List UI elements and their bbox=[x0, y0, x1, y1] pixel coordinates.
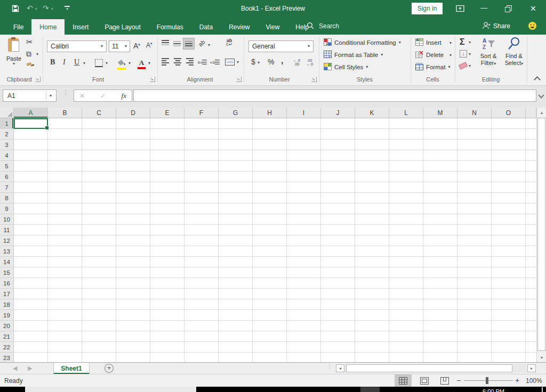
share-icon[interactable] bbox=[481, 21, 491, 32]
search-label[interactable]: Search bbox=[319, 22, 339, 30]
paste-button[interactable]: Paste ▾ bbox=[3, 36, 25, 75]
page-layout-view-button[interactable] bbox=[416, 374, 433, 387]
currency-dropdown-icon[interactable]: ▾ bbox=[258, 61, 260, 65]
borders-dropdown-icon[interactable]: ▾ bbox=[106, 61, 108, 66]
sheet-nav-next-icon[interactable]: ▶ bbox=[28, 365, 32, 372]
expand-formula-bar-icon[interactable] bbox=[538, 92, 544, 98]
selected-cell-a1[interactable] bbox=[14, 118, 48, 129]
middle-align-button[interactable] bbox=[173, 41, 182, 46]
currency-button[interactable]: $ bbox=[251, 58, 255, 66]
column-header-C[interactable]: C bbox=[82, 108, 116, 118]
row-header-9[interactable]: 9 bbox=[0, 203, 14, 214]
autosum-icon[interactable]: Σ bbox=[460, 37, 465, 47]
row-header-12[interactable]: 12 bbox=[0, 235, 14, 246]
column-header-J[interactable]: J bbox=[321, 108, 355, 118]
row-header-22[interactable]: 22 bbox=[0, 342, 14, 353]
restore-button[interactable] bbox=[505, 5, 512, 14]
fill-dropdown-icon[interactable]: ▾ bbox=[469, 52, 471, 56]
comma-button[interactable]: , bbox=[281, 56, 283, 66]
column-header-O[interactable]: O bbox=[492, 108, 526, 118]
scroll-down-icon[interactable]: ▾ bbox=[537, 353, 546, 362]
format-cells-button[interactable]: Format ▾ bbox=[415, 63, 450, 71]
row-header-16[interactable]: 16 bbox=[0, 278, 14, 289]
align-left-button[interactable] bbox=[162, 58, 170, 66]
row-header-18[interactable]: 18 bbox=[0, 299, 14, 310]
add-sheet-button[interactable]: + bbox=[105, 364, 114, 373]
ribbon-tab-data[interactable]: Data bbox=[191, 19, 221, 35]
underline-button[interactable]: U bbox=[74, 58, 79, 67]
column-header-I[interactable]: I bbox=[287, 108, 321, 118]
vertical-scrollbar[interactable]: ▴ ▾ bbox=[536, 108, 546, 362]
ribbon-tab-page-layout[interactable]: Page Layout bbox=[97, 19, 148, 35]
bold-button[interactable]: B bbox=[50, 58, 55, 67]
zoom-level[interactable]: 100% bbox=[526, 377, 542, 385]
search-icon[interactable] bbox=[307, 22, 315, 32]
row-header-10[interactable]: 10 bbox=[0, 214, 14, 225]
column-header-F[interactable]: F bbox=[184, 108, 219, 118]
enter-icon[interactable]: ✓ bbox=[100, 92, 106, 100]
row-header-23[interactable]: 23 bbox=[0, 353, 14, 362]
scroll-up-icon[interactable]: ▴ bbox=[537, 108, 546, 117]
font-name-combobox[interactable]: Calibri ▾ bbox=[47, 40, 107, 52]
decrease-indent-icon[interactable]: ⇦☰ bbox=[197, 59, 206, 66]
horizontal-scroll-thumb[interactable] bbox=[346, 364, 512, 372]
formula-bar-resize-handle[interactable]: ⋮ bbox=[63, 91, 69, 94]
row-header-6[interactable]: 6 bbox=[0, 172, 14, 182]
horizontal-scrollbar[interactable] bbox=[345, 364, 526, 372]
name-box[interactable]: A1 ▾ bbox=[3, 89, 57, 102]
delete-cells-button[interactable]: Delete bbox=[415, 51, 444, 59]
cells-area[interactable] bbox=[14, 118, 536, 362]
formula-input[interactable] bbox=[133, 89, 536, 102]
increase-decimal-button[interactable]: ←.0 .00 bbox=[293, 59, 300, 66]
merge-center-icon[interactable] bbox=[225, 59, 235, 66]
grow-font-button[interactable]: A▴ bbox=[133, 42, 140, 50]
sign-in-button[interactable]: Sign in bbox=[412, 3, 443, 14]
format-painter-icon[interactable] bbox=[26, 62, 35, 71]
font-size-dropdown-icon[interactable]: ▾ bbox=[125, 44, 127, 48]
ribbon-tab-review[interactable]: Review bbox=[221, 19, 258, 35]
sort-filter-button[interactable]: AZ Sort & Filter▾ bbox=[476, 37, 501, 67]
hscroll-left-icon[interactable]: ◂ bbox=[336, 364, 344, 372]
borders-icon[interactable] bbox=[95, 59, 103, 67]
cell-styles-button[interactable]: Cell Styles ▾ bbox=[324, 63, 368, 71]
top-align-button[interactable] bbox=[162, 40, 170, 45]
ribbon-display-options-icon[interactable] bbox=[456, 5, 464, 14]
vertical-scroll-thumb[interactable] bbox=[537, 118, 545, 351]
column-header-B[interactable]: B bbox=[48, 108, 82, 118]
share-label[interactable]: Share bbox=[493, 22, 510, 30]
row-header-8[interactable]: 8 bbox=[0, 193, 14, 203]
align-right-button[interactable] bbox=[185, 58, 194, 66]
zoom-slider-track[interactable] bbox=[464, 380, 513, 381]
row-header-1[interactable]: 1 bbox=[0, 118, 14, 129]
orientation-dropdown-icon[interactable]: ▾ bbox=[208, 43, 210, 47]
font-dialog-launcher[interactable]: ↘ bbox=[150, 77, 155, 82]
underline-dropdown-icon[interactable]: ▾ bbox=[83, 61, 85, 66]
normal-view-button[interactable] bbox=[395, 374, 412, 387]
sheet-tab-sheet1[interactable]: Sheet1 bbox=[53, 363, 90, 374]
copy-icon[interactable]: ⧉ bbox=[26, 50, 31, 59]
column-header-A[interactable]: A bbox=[14, 108, 48, 118]
decrease-decimal-button[interactable]: .00 →.0 bbox=[306, 59, 313, 66]
column-header-G[interactable]: G bbox=[219, 108, 253, 118]
increase-indent-icon[interactable]: ⇨☰ bbox=[210, 59, 219, 66]
row-header-20[interactable]: 20 bbox=[0, 321, 14, 331]
column-header-H[interactable]: H bbox=[253, 108, 287, 118]
copy-dropdown-icon[interactable]: ▾ bbox=[36, 52, 38, 56]
row-header-3[interactable]: 3 bbox=[0, 140, 14, 150]
number-format-combobox[interactable]: General ▾ bbox=[248, 40, 314, 52]
column-header-N[interactable]: N bbox=[457, 108, 492, 118]
clipboard-dialog-launcher[interactable]: ↘ bbox=[35, 77, 41, 82]
page-break-view-button[interactable] bbox=[436, 374, 453, 387]
tabbar-resize-handle[interactable]: ⋮ bbox=[327, 365, 332, 368]
font-size-combobox[interactable]: 11 ▾ bbox=[109, 40, 130, 52]
font-color-dropdown-icon[interactable]: ▾ bbox=[148, 61, 150, 66]
merge-center-dropdown-icon[interactable]: ▾ bbox=[237, 60, 239, 64]
cancel-icon[interactable]: ✕ bbox=[79, 92, 85, 100]
fill-icon[interactable]: ↓ bbox=[460, 50, 467, 58]
row-header-5[interactable]: 5 bbox=[0, 161, 14, 172]
column-header-M[interactable]: M bbox=[423, 108, 457, 118]
autosum-dropdown-icon[interactable]: ▾ bbox=[469, 40, 471, 45]
format-as-table-button[interactable]: Format as Table ▾ bbox=[324, 51, 383, 59]
delete-cells-dropdown-icon[interactable]: ▾ bbox=[449, 53, 452, 58]
cut-icon[interactable]: ✂ bbox=[26, 37, 33, 47]
